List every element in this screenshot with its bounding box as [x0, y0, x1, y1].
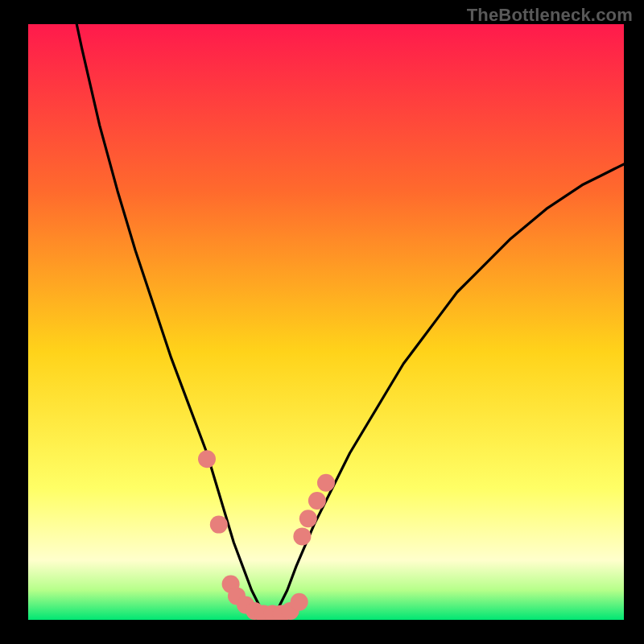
data-dot [299, 510, 317, 527]
data-dot [317, 474, 335, 492]
gradient-background [28, 24, 624, 620]
data-dot [308, 492, 326, 510]
data-dot [291, 593, 308, 611]
data-dot [210, 516, 228, 534]
data-dot [198, 450, 216, 468]
plot-area [28, 24, 624, 620]
data-dot [293, 527, 311, 545]
chart-svg [28, 24, 624, 620]
chart-stage: TheBottleneck.com [0, 0, 644, 644]
watermark-text: TheBottleneck.com [467, 5, 633, 26]
